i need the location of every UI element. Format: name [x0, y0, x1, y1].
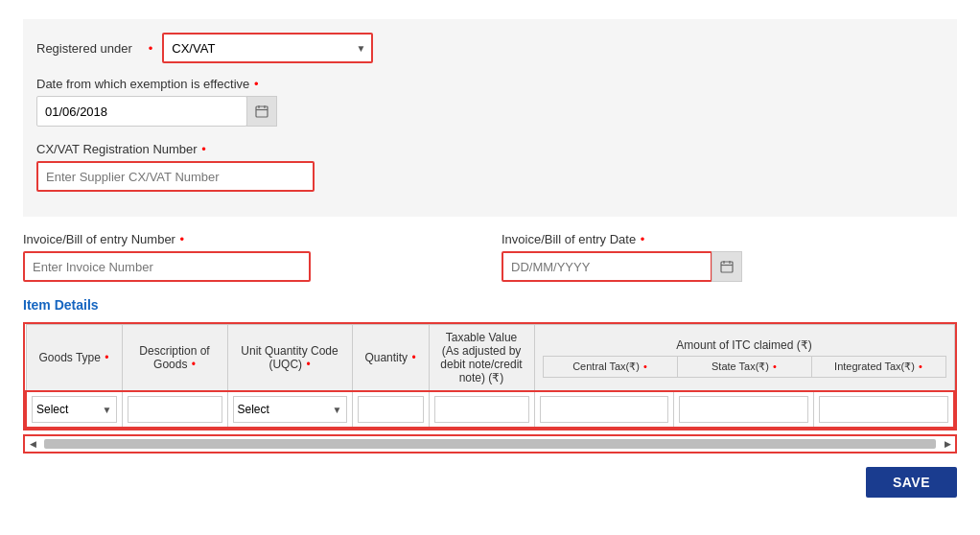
invoice-number-col: Invoice/Bill of entry Number •: [23, 232, 478, 282]
uqc-header: Unit Quantity Code (UQC) •: [227, 325, 352, 392]
invoice-date-calendar-btn[interactable]: [712, 251, 742, 282]
uqc-select-wrapper: Select ▼: [233, 396, 347, 423]
taxable-value-cell: [429, 391, 534, 428]
description-goods-header: Description of Goods •: [122, 325, 227, 392]
goods-type-header: Goods Type •: [26, 325, 122, 392]
invoice-date-col: Invoice/Bill of entry Date •: [502, 232, 957, 282]
integrated-tax-subheader: Integrated Tax(₹) •: [811, 356, 945, 377]
date-exemption-row: Date from which exemption is effective •: [36, 77, 944, 127]
svg-rect-0: [256, 106, 268, 117]
taxable-value-input[interactable]: [434, 396, 529, 423]
registered-under-select-wrapper: CX/VAT GST None ▼: [162, 33, 373, 63]
invoice-number-input[interactable]: [23, 251, 311, 282]
date-exemption-required: •: [254, 77, 259, 91]
goods-type-select-wrapper: Select ▼: [32, 396, 117, 423]
cxvat-reg-required: •: [201, 142, 206, 156]
date-exemption-label-text: Date from which exemption is effective: [36, 77, 249, 91]
date-exemption-calendar-btn[interactable]: [246, 96, 277, 127]
uqc-select[interactable]: Select: [233, 396, 347, 423]
central-tax-cell: [534, 391, 674, 428]
horizontal-scrollbar[interactable]: ◀ ▶: [23, 434, 957, 454]
cxvat-reg-label: CX/VAT Registration Number •: [36, 142, 944, 156]
date-exemption-wrapper: [36, 96, 277, 127]
registered-under-section: Registered under • CX/VAT GST None ▼ Dat…: [23, 19, 957, 217]
quantity-cell: [352, 391, 429, 428]
table-row: Select ▼ Select: [26, 391, 954, 428]
table-header-row: Goods Type • Description of Goods • Unit…: [26, 325, 954, 392]
quantity-header: Quantity •: [352, 325, 429, 392]
integrated-tax-input[interactable]: [819, 396, 948, 423]
description-goods-cell: [122, 391, 227, 428]
central-tax-subheader: Central Tax(₹) •: [543, 356, 677, 377]
save-button[interactable]: SAVE: [866, 467, 957, 498]
cxvat-reg-input[interactable]: [36, 161, 315, 192]
invoice-date-label: Invoice/Bill of entry Date •: [502, 232, 957, 246]
scroll-right-arrow[interactable]: ▶: [940, 436, 955, 452]
goods-type-select[interactable]: Select: [32, 396, 117, 423]
scroll-left-arrow[interactable]: ◀: [25, 436, 40, 452]
invoice-date-wrapper: [502, 251, 742, 282]
svg-rect-4: [721, 262, 733, 272]
goods-type-cell: Select ▼: [26, 391, 122, 428]
registered-under-select-container: CX/VAT GST None ▼: [162, 33, 373, 63]
invoice-number-label-text: Invoice/Bill of entry Number: [23, 232, 175, 246]
registered-under-required: •: [149, 41, 153, 56]
state-tax-input[interactable]: [679, 396, 808, 423]
save-btn-row: SAVE: [23, 467, 957, 498]
registered-under-label: Registered under: [36, 41, 132, 56]
item-details-title: Item Details: [23, 297, 957, 313]
taxable-value-header: Taxable Value (As adjusted by debit note…: [429, 325, 534, 392]
page-container: Registered under • CX/VAT GST None ▼ Dat…: [0, 0, 980, 535]
invoice-date-input[interactable]: [502, 251, 712, 282]
date-exemption-label: Date from which exemption is effective •: [36, 77, 944, 91]
state-tax-subheader: State Tax(₹) •: [677, 356, 811, 377]
registered-under-select[interactable]: CX/VAT GST None: [162, 33, 373, 63]
item-details-section: Item Details Goods Type • Description of…: [23, 297, 957, 454]
cxvat-reg-row: CX/VAT Registration Number •: [36, 142, 944, 192]
quantity-input[interactable]: [358, 396, 424, 423]
scrollbar-track[interactable]: [44, 439, 936, 449]
date-exemption-input[interactable]: [36, 96, 247, 127]
invoice-number-required: •: [180, 232, 185, 246]
description-goods-input[interactable]: [128, 396, 222, 423]
invoice-date-label-text: Invoice/Bill of entry Date: [502, 232, 636, 246]
registered-under-row: Registered under • CX/VAT GST None ▼: [36, 33, 944, 63]
invoice-number-label: Invoice/Bill of entry Number •: [23, 232, 478, 246]
integrated-tax-cell: [814, 391, 954, 428]
state-tax-cell: [674, 391, 814, 428]
invoice-row: Invoice/Bill of entry Number • Invoice/B…: [23, 232, 957, 282]
central-tax-input[interactable]: [540, 396, 669, 423]
amount-itc-header: Amount of ITC claimed (₹) Central Tax(₹)…: [534, 325, 954, 392]
cxvat-reg-label-text: CX/VAT Registration Number: [36, 142, 198, 156]
uqc-cell: Select ▼: [227, 391, 352, 428]
invoice-date-required: •: [641, 232, 645, 246]
item-details-table: Goods Type • Description of Goods • Unit…: [25, 324, 955, 429]
